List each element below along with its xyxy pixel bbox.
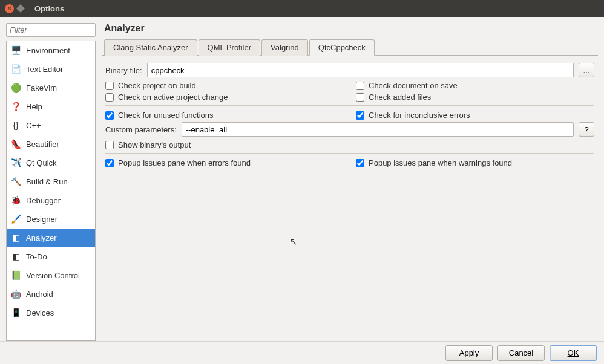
show-binary-output[interactable]: Show binary's output	[105, 140, 594, 149]
tab-bar: Clang Static AnalyzerQML ProfilerValgrin…	[102, 39, 598, 56]
popup-on-errors[interactable]: Popup issues pane when errors found	[105, 158, 344, 167]
check-document-on-save[interactable]: Check document on save	[356, 81, 594, 90]
build-run-icon: 🔨	[9, 175, 22, 188]
category-item-to-do[interactable]: ◧To-Do	[7, 247, 95, 266]
to-do-icon: ◧	[9, 250, 22, 263]
main-pane: Analyzer Clang Static AnalyzerQML Profil…	[102, 23, 598, 341]
side-pane: 🖥️Environment📄Text Editor🟢FakeVim❓Help{}…	[6, 23, 96, 341]
popup-on-warnings-box[interactable]	[356, 159, 364, 167]
category-item-label: Devices	[26, 308, 54, 317]
tab-valgrind[interactable]: Valgrind	[261, 39, 308, 56]
category-item-label: Android	[26, 290, 53, 299]
category-item-help[interactable]: ❓Help	[7, 97, 95, 116]
binary-file-input[interactable]	[147, 63, 574, 77]
ok-button-label: OK	[568, 348, 579, 357]
fakevim-icon: 🟢	[9, 81, 22, 94]
check-project-on-build-label: Check project on build	[118, 81, 196, 90]
window-control-icon[interactable]	[16, 4, 25, 13]
category-item-label: FakeVim	[26, 83, 57, 93]
check-inconclusive-errors-box[interactable]	[356, 111, 364, 120]
tab-content: Binary file: ... Check project on build …	[102, 56, 598, 177]
popup-on-warnings[interactable]: Popup issues pane when warnings found	[356, 158, 594, 167]
check-added-files-box[interactable]	[356, 93, 364, 102]
check-added-files-label: Check added files	[369, 93, 431, 102]
browse-button[interactable]: ...	[579, 63, 594, 77]
check-document-on-save-box[interactable]	[356, 82, 364, 90]
separator	[105, 153, 594, 154]
category-list[interactable]: 🖥️Environment📄Text Editor🟢FakeVim❓Help{}…	[7, 41, 95, 340]
tab-clang-static-analyzer[interactable]: Clang Static Analyzer	[104, 39, 197, 56]
check-unused-functions-label: Check for unused functions	[118, 111, 214, 120]
category-item-analyzer[interactable]: ◧Analyzer	[7, 229, 95, 247]
apply-button[interactable]: Apply	[445, 345, 493, 361]
c--icon: {}	[9, 119, 22, 132]
text-editor-icon: 📄	[9, 62, 22, 76]
tab-qml-profiler[interactable]: QML Profiler	[199, 39, 260, 56]
android-icon: 🤖	[9, 287, 22, 301]
category-item-fakevim[interactable]: 🟢FakeVim	[7, 79, 95, 97]
check-inconclusive-errors-label: Check for inconclusive errors	[369, 111, 470, 120]
cancel-button[interactable]: Cancel	[497, 345, 545, 361]
environment-icon: 🖥️	[9, 44, 22, 57]
check-unused-functions-box[interactable]	[105, 111, 114, 120]
beautifier-icon: 👠	[9, 137, 22, 151]
category-item-c-[interactable]: {}C++	[7, 116, 95, 135]
analyzer-icon: ◧	[9, 231, 22, 244]
category-item-label: Text Editor	[26, 65, 63, 74]
window-title: Options	[34, 4, 64, 13]
version-control-icon: 📗	[9, 268, 22, 282]
popup-on-warnings-label: Popup issues pane when warnings found	[369, 158, 512, 167]
help-icon: ❓	[9, 100, 22, 113]
category-item-qt-quick[interactable]: ✈️Qt Quick	[7, 154, 95, 172]
category-item-devices[interactable]: 📱Devices	[7, 304, 95, 322]
help-button[interactable]: ?	[579, 122, 594, 137]
qt-quick-icon: ✈️	[9, 156, 22, 169]
debugger-icon: 🐞	[9, 193, 22, 207]
category-item-android[interactable]: 🤖Android	[7, 285, 95, 304]
dialog-footer: Apply Cancel OK	[0, 341, 604, 364]
check-on-project-change-label: Check on active project change	[118, 93, 228, 102]
category-item-label: Debugger	[26, 196, 61, 205]
category-item-label: Environment	[26, 46, 70, 55]
custom-parameters-input[interactable]	[182, 122, 574, 137]
devices-icon: 📱	[9, 306, 22, 319]
category-item-label: Version Control	[26, 271, 80, 280]
check-inconclusive-errors[interactable]: Check for inconclusive errors	[356, 111, 594, 120]
check-document-on-save-label: Check document on save	[369, 81, 458, 90]
category-item-label: Help	[26, 102, 42, 111]
tab-qtccppcheck[interactable]: QtcCppcheck	[309, 39, 375, 56]
category-item-label: To-Do	[26, 252, 47, 261]
category-item-label: Designer	[26, 215, 57, 224]
designer-icon: 🖌️	[9, 212, 22, 226]
category-item-environment[interactable]: 🖥️Environment	[7, 41, 95, 60]
separator	[105, 105, 594, 106]
show-binary-output-box[interactable]	[105, 141, 114, 149]
popup-on-errors-label: Popup issues pane when errors found	[118, 158, 251, 167]
popup-on-errors-box[interactable]	[105, 159, 114, 167]
show-binary-output-label: Show binary's output	[118, 140, 191, 149]
check-project-on-build[interactable]: Check project on build	[105, 81, 344, 90]
ok-button[interactable]: OK	[550, 345, 597, 361]
category-item-text-editor[interactable]: 📄Text Editor	[7, 60, 95, 79]
titlebar: ✕ Options	[0, 0, 604, 17]
category-item-label: Qt Quick	[26, 158, 57, 167]
category-item-debugger[interactable]: 🐞Debugger	[7, 191, 95, 210]
category-item-label: Analyzer	[26, 233, 57, 242]
category-item-version-control[interactable]: 📗Version Control	[7, 266, 95, 285]
category-item-label: Build & Run	[26, 177, 68, 186]
filter-input[interactable]	[6, 23, 96, 37]
check-project-on-build-box[interactable]	[105, 82, 114, 90]
check-added-files[interactable]: Check added files	[356, 93, 594, 102]
category-item-beautifier[interactable]: 👠Beautifier	[7, 135, 95, 154]
check-on-project-change-box[interactable]	[105, 93, 114, 102]
check-unused-functions[interactable]: Check for unused functions	[105, 111, 344, 120]
close-icon[interactable]: ✕	[5, 4, 14, 13]
category-item-build-run[interactable]: 🔨Build & Run	[7, 172, 95, 191]
category-item-label: Beautifier	[26, 140, 59, 149]
category-item-label: C++	[26, 121, 41, 130]
binary-file-label: Binary file:	[105, 66, 142, 75]
category-item-designer[interactable]: 🖌️Designer	[7, 210, 95, 229]
check-on-project-change[interactable]: Check on active project change	[105, 93, 344, 102]
custom-parameters-label: Custom parameters:	[105, 125, 177, 134]
page-title: Analyzer	[102, 23, 598, 34]
